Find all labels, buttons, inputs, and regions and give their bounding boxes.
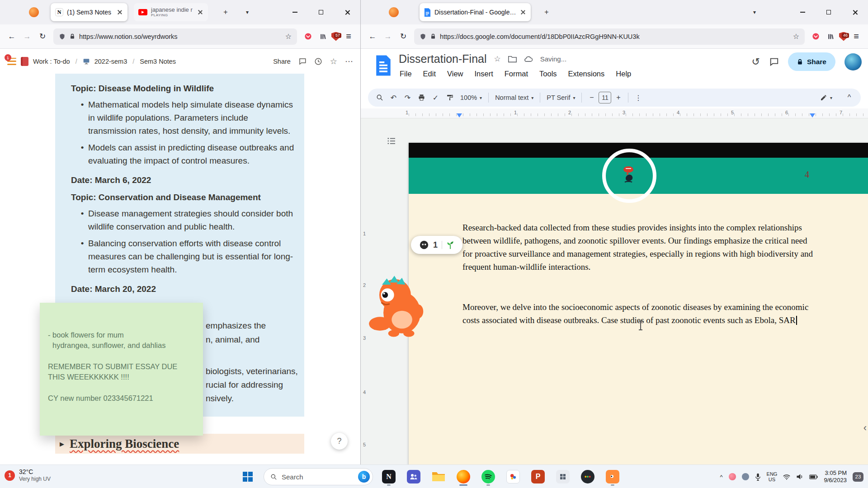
taskbar-app-notion[interactable]: N: [380, 468, 398, 486]
list-tabs-icon[interactable]: ▾: [241, 6, 253, 18]
paragraph[interactable]: Research-backed data collected from thes…: [462, 221, 817, 273]
menu-icon[interactable]: ≡: [341, 29, 356, 44]
taskbar-search-input[interactable]: Search b: [264, 468, 373, 485]
menu-tools[interactable]: Tools: [539, 70, 557, 78]
paragraph[interactable]: Moreover, we delve into the socioeconomi…: [462, 300, 817, 327]
document-page[interactable]: 4 Research-backed data collected from th…: [409, 143, 868, 465]
account-avatar[interactable]: [844, 53, 862, 70]
toggle-arrow-icon[interactable]: ▶: [60, 441, 64, 447]
taskbar-app-firefox[interactable]: [454, 468, 472, 486]
minimize-button[interactable]: [282, 0, 308, 24]
editing-mode-button[interactable]: ▾: [816, 91, 836, 104]
firefox-profile-icon[interactable]: [29, 7, 39, 17]
breadcrumb-folder[interactable]: 2022-sem3: [94, 58, 127, 65]
menu-insert[interactable]: Insert: [475, 70, 493, 78]
taskbar-app-powerpoint[interactable]: P: [529, 468, 547, 486]
tracking-shield-icon[interactable]: [420, 33, 426, 40]
network-icon[interactable]: [783, 474, 790, 480]
tray-app-icon[interactable]: [729, 473, 736, 480]
tab-close-icon[interactable]: [197, 9, 203, 15]
url-text[interactable]: https://www.notion.so/weyrdworks: [79, 33, 281, 40]
zoom-select[interactable]: 100% ▾: [457, 91, 486, 104]
favorite-star-icon[interactable]: ☆: [330, 56, 337, 66]
pocket-icon[interactable]: [301, 29, 315, 44]
left-indent-marker[interactable]: [457, 113, 462, 117]
menu-help[interactable]: Help: [616, 70, 631, 78]
menu-file[interactable]: File: [400, 70, 412, 78]
font-size-input[interactable]: 11: [599, 92, 611, 103]
tab-notion[interactable]: N (1) Sem3 Notes: [51, 3, 127, 21]
version-history-icon[interactable]: ↺: [751, 56, 760, 68]
decrease-font-size-button[interactable]: −: [585, 91, 599, 104]
minimize-button[interactable]: [789, 0, 816, 24]
weather-widget[interactable]: 1 32°C Very high UV: [5, 468, 51, 483]
pet-status-badge[interactable]: 1: [411, 236, 462, 254]
speaker-icon[interactable]: [796, 474, 803, 480]
menu-extensions[interactable]: Extensions: [568, 70, 605, 78]
menu-format[interactable]: Format: [505, 70, 528, 78]
comments-icon[interactable]: [298, 57, 307, 66]
back-icon[interactable]: ←: [365, 29, 380, 44]
maximize-button[interactable]: [308, 0, 334, 24]
redo-icon[interactable]: ↷: [401, 91, 415, 104]
taskbar-app-teams[interactable]: [405, 468, 423, 486]
undo-icon[interactable]: ↶: [387, 91, 401, 104]
menu-edit[interactable]: Edit: [423, 70, 436, 78]
star-document-icon[interactable]: ☆: [494, 54, 501, 64]
tray-overflow-icon[interactable]: ^: [720, 474, 722, 480]
start-button[interactable]: [239, 468, 257, 486]
tracking-shield-icon[interactable]: [59, 33, 66, 40]
hide-menus-icon[interactable]: ^: [842, 91, 856, 104]
taskbar-app-calculator[interactable]: [554, 468, 572, 486]
library-icon[interactable]: [824, 29, 838, 44]
increase-font-size-button[interactable]: +: [611, 91, 625, 104]
language-indicator[interactable]: ENG US: [767, 471, 778, 482]
bing-icon[interactable]: b: [358, 471, 370, 483]
microphone-icon[interactable]: [755, 473, 761, 481]
share-button[interactable]: Share: [273, 58, 291, 65]
sticky-note[interactable]: - book flowers for mum hydrangea, sunflo…: [40, 303, 203, 436]
url-text[interactable]: https://docs.google.com/document/d/18DbP…: [440, 33, 789, 40]
notification-count-badge[interactable]: 23: [853, 472, 863, 482]
google-docs-icon[interactable]: [375, 55, 392, 76]
comments-icon[interactable]: [769, 57, 779, 67]
url-bar[interactable]: https://www.notion.so/weyrdworks ☆: [53, 28, 297, 45]
close-button[interactable]: [334, 0, 360, 24]
paragraph-style-select[interactable]: Normal text ▾: [491, 91, 537, 104]
breadcrumb-workspace[interactable]: Work : To-do: [33, 58, 70, 65]
print-icon[interactable]: [415, 91, 429, 104]
ublock-extension-icon[interactable]: 46: [839, 32, 848, 41]
taskbar-app-spotify[interactable]: [479, 468, 497, 486]
search-menus-icon[interactable]: [373, 91, 387, 104]
updates-clock-icon[interactable]: [314, 57, 322, 66]
bookmark-star-icon[interactable]: ☆: [285, 32, 292, 41]
lock-icon[interactable]: [430, 33, 436, 40]
maximize-button[interactable]: [816, 0, 842, 24]
battery-icon[interactable]: [809, 474, 818, 479]
breadcrumb-page[interactable]: Sem3 Notes: [140, 58, 176, 65]
new-tab-button[interactable]: +: [541, 6, 552, 18]
taskbar-app-paint[interactable]: [504, 468, 522, 486]
url-bar[interactable]: https://docs.google.com/document/d/18DbP…: [414, 28, 805, 45]
document-outline-icon[interactable]: [387, 137, 396, 145]
refresh-icon[interactable]: ↻: [396, 29, 410, 44]
taskbar-app-pet[interactable]: [604, 468, 622, 486]
taskbar-app-github-desktop[interactable]: [579, 468, 597, 486]
pocket-icon[interactable]: [808, 29, 823, 44]
back-icon[interactable]: ←: [5, 29, 19, 44]
tab-docs[interactable]: Dissertation-Final - Google Doc: [420, 3, 531, 21]
ublock-extension-icon[interactable]: 57: [331, 32, 340, 41]
taskbar-app-file-explorer[interactable]: [429, 468, 448, 486]
desktop-pet-dino[interactable]: [363, 270, 432, 339]
spellcheck-icon[interactable]: ✓: [429, 91, 443, 104]
firefox-profile-icon[interactable]: [389, 7, 399, 17]
font-select[interactable]: PT Serif ▾: [543, 91, 579, 104]
menu-icon[interactable]: ≡: [849, 29, 863, 44]
sidebar-toggle-icon[interactable]: 1: [7, 58, 16, 65]
more-options-icon[interactable]: ⋯: [345, 56, 353, 66]
taskbar-clock[interactable]: 3:05 PM 9/6/2023: [824, 469, 847, 484]
menu-view[interactable]: View: [447, 70, 463, 78]
share-button[interactable]: Share: [788, 52, 835, 71]
library-icon[interactable]: [316, 29, 330, 44]
toolbar-overflow-icon[interactable]: ⋮: [631, 91, 645, 104]
